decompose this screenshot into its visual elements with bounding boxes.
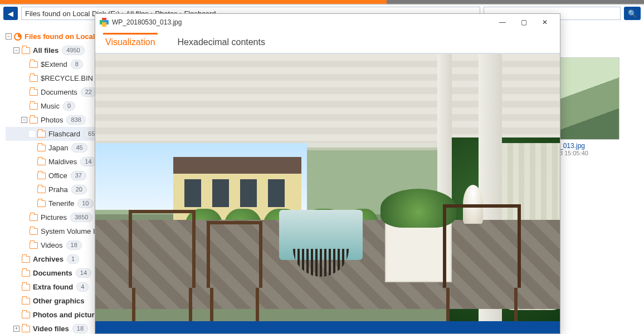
folder-icon bbox=[37, 159, 46, 165]
file-thumbnail[interactable]: _013.jpg 3 15:05:40 bbox=[559, 57, 626, 156]
preview-image bbox=[95, 54, 560, 321]
tree-label: Flashcard bbox=[48, 130, 80, 138]
folder-icon bbox=[30, 242, 38, 249]
preview-title: WP_20180530_013.jpg bbox=[112, 18, 492, 26]
count-badge: 1 bbox=[67, 254, 79, 264]
folder-icon bbox=[37, 186, 46, 193]
folder-icon bbox=[22, 256, 30, 263]
count-badge: 4950 bbox=[62, 46, 84, 55]
tree-label: Other graphics bbox=[33, 297, 84, 305]
preview-bottom-strip bbox=[95, 321, 560, 333]
folder-icon bbox=[22, 298, 30, 304]
disk-icon bbox=[14, 33, 22, 41]
thumbnail-image bbox=[559, 57, 619, 140]
tab-visualization[interactable]: Visualization bbox=[103, 33, 158, 53]
folder-icon bbox=[30, 214, 38, 221]
minimize-button[interactable]: — bbox=[492, 14, 513, 31]
tree-label: Extra found bbox=[33, 283, 73, 291]
maximize-icon: ▢ bbox=[521, 18, 527, 26]
minimize-icon: — bbox=[499, 18, 506, 26]
count-badge: 37 bbox=[71, 171, 86, 180]
thumbnail-date: 3 15:05:40 bbox=[559, 150, 626, 156]
search-button[interactable]: 🔍 bbox=[624, 7, 641, 20]
folder-icon bbox=[22, 284, 30, 291]
folder-icon bbox=[22, 270, 30, 277]
count-badge: 3850 bbox=[70, 213, 92, 222]
tree-label: Videos bbox=[41, 241, 63, 249]
count-badge: 18 bbox=[72, 324, 88, 333]
tree-label: Music bbox=[41, 102, 60, 110]
close-icon: ✕ bbox=[542, 18, 548, 26]
preview-titlebar[interactable]: WP_20180530_013.jpg — ▢ ✕ bbox=[95, 14, 560, 31]
tree-label: Photos bbox=[41, 116, 63, 124]
tree-label: Photos and pictures bbox=[33, 311, 103, 319]
tree-label: Video files bbox=[33, 325, 69, 333]
folder-icon bbox=[30, 89, 38, 96]
tree-label: Documents bbox=[41, 88, 77, 96]
folder-icon bbox=[30, 75, 38, 82]
tree-label: Praha bbox=[48, 185, 68, 194]
folder-icon bbox=[30, 103, 38, 110]
preview-window: WP_20180530_013.jpg — ▢ ✕ Visualization … bbox=[95, 13, 560, 334]
folder-icon bbox=[37, 145, 46, 151]
tab-hexadecimal[interactable]: Hexadecimal contents bbox=[175, 33, 267, 53]
count-badge: 18 bbox=[66, 240, 82, 250]
tree-label: Tenerife bbox=[48, 199, 74, 208]
folder-icon bbox=[37, 131, 46, 137]
folder-icon bbox=[37, 200, 46, 207]
preview-tabs: Visualization Hexadecimal contents bbox=[95, 31, 560, 53]
close-button[interactable]: ✕ bbox=[534, 14, 555, 31]
count-badge: 14 bbox=[80, 157, 96, 166]
count-badge: 20 bbox=[71, 185, 87, 194]
count-badge: 22 bbox=[81, 87, 96, 97]
folder-icon bbox=[30, 228, 38, 235]
search-icon: 🔍 bbox=[628, 9, 637, 18]
tree-label: Archives bbox=[33, 255, 64, 263]
tree-label: $RECYCLE.BIN bbox=[41, 74, 93, 82]
collapse-icon[interactable]: − bbox=[6, 33, 12, 40]
count-badge: 4 bbox=[76, 282, 89, 292]
count-badge: 10 bbox=[77, 199, 93, 208]
count-badge: 0 bbox=[63, 101, 75, 111]
folder-icon bbox=[22, 312, 30, 318]
tree-label: Maldives bbox=[48, 158, 77, 166]
count-badge: 838 bbox=[66, 115, 85, 125]
app-top-strip bbox=[0, 0, 644, 4]
folder-icon bbox=[37, 173, 46, 179]
tree-label: All files bbox=[33, 46, 58, 55]
thumbnail-filename: _013.jpg bbox=[559, 142, 626, 150]
app-icon bbox=[100, 18, 109, 27]
folder-icon bbox=[30, 61, 38, 68]
count-badge: 14 bbox=[76, 268, 91, 278]
maximize-button[interactable]: ▢ bbox=[513, 14, 534, 31]
tree-label: Pictures bbox=[41, 213, 67, 222]
folder-icon bbox=[22, 326, 30, 332]
tree-label: Japan bbox=[48, 144, 68, 152]
expand-icon[interactable]: + bbox=[13, 326, 19, 332]
back-button[interactable]: ◀ bbox=[3, 7, 18, 20]
collapse-icon[interactable]: − bbox=[21, 117, 27, 123]
collapse-icon[interactable]: − bbox=[13, 47, 19, 53]
folder-icon bbox=[22, 47, 30, 54]
tree-label: Documents bbox=[33, 269, 72, 277]
tree-label: $Extend bbox=[41, 60, 67, 68]
count-badge: 8 bbox=[71, 60, 83, 69]
tree-label: Office bbox=[48, 171, 67, 180]
count-badge: 45 bbox=[71, 143, 87, 153]
chevron-left-icon: ◀ bbox=[8, 9, 13, 18]
folder-icon bbox=[30, 117, 38, 124]
